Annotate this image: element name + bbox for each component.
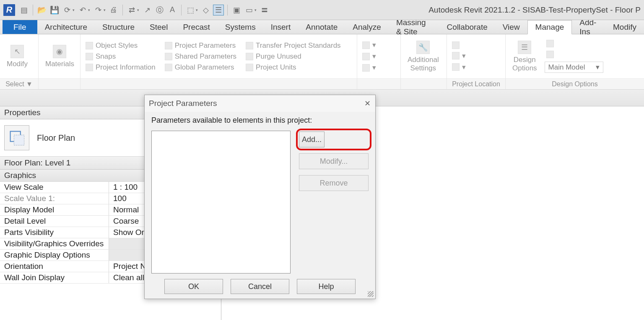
units-label: Project Units — [256, 63, 296, 72]
separator — [227, 5, 228, 15]
global-params-icon — [165, 64, 172, 71]
object-styles-button[interactable]: Object Styles — [84, 41, 157, 50]
type-name: Floor Plan — [37, 133, 75, 143]
close-inactive-icon[interactable]: ▣ — [231, 5, 242, 15]
help-button[interactable]: Help — [297, 279, 356, 294]
panel-select: ↖ Modify Select ▼ — [0, 34, 39, 89]
redo-icon[interactable]: ↷ — [93, 5, 104, 15]
dialog-subtitle: Parameters available to elements in this… — [151, 116, 369, 125]
snaps-label: Snaps — [96, 52, 116, 61]
modify-button[interactable]: ↖ Modify — [3, 45, 31, 68]
tab-systems[interactable]: Systems — [218, 20, 263, 34]
measure-icon[interactable]: ⇄ — [126, 5, 137, 15]
parameters-listbox[interactable] — [151, 131, 291, 274]
add-button[interactable]: Add... — [299, 132, 325, 147]
purge-label: Purge Unused — [256, 52, 301, 61]
struct-icon — [362, 64, 370, 72]
dialog-footer: OK Cancel Help — [145, 276, 375, 299]
schedule-icon — [362, 53, 370, 60]
tab-modify[interactable]: Modify — [605, 20, 644, 34]
tag-icon[interactable]: ⓪ — [154, 5, 165, 15]
separator — [122, 5, 123, 15]
tab-annotate[interactable]: Annotate — [298, 20, 345, 34]
project-parameters-button[interactable]: Project Parameters — [163, 41, 238, 50]
design-options-button[interactable]: ☰ Design Options — [509, 41, 540, 72]
tab-steel[interactable]: Steel — [142, 20, 175, 34]
tab-file[interactable]: File — [3, 20, 37, 34]
dropdown-icon[interactable]: ▾ — [254, 8, 257, 12]
coords-icon — [452, 52, 460, 59]
panel-select-label[interactable]: Select ▼ — [0, 78, 38, 89]
dropdown-icon[interactable]: ▾ — [196, 8, 198, 12]
tab-architecture[interactable]: Architecture — [37, 20, 95, 34]
3d-view-icon[interactable]: ⬚ — [185, 5, 196, 15]
app-menu-icon[interactable]: ▤ — [18, 5, 29, 15]
section-icon[interactable]: ◇ — [200, 5, 211, 15]
align-dim-icon[interactable]: ↗ — [142, 5, 153, 15]
project-units-button[interactable]: Project Units — [244, 63, 343, 72]
dialog-titlebar[interactable]: Project Parameters ✕ — [145, 95, 375, 112]
pick-to-edit-button[interactable] — [545, 51, 603, 58]
print-icon[interactable]: 🖨 — [108, 5, 119, 15]
transfer-standards-button[interactable]: Transfer Project Standards — [244, 41, 343, 50]
panel-modify-label: Modify — [7, 60, 28, 68]
tab-add-ins[interactable]: Add-Ins — [572, 20, 605, 34]
save-icon[interactable]: 💾 — [49, 5, 60, 15]
position-button[interactable]: ▾ — [450, 63, 467, 72]
global-parameters-button[interactable]: Global Parameters — [163, 63, 238, 72]
undo-icon[interactable]: ↶ — [77, 5, 88, 15]
materials-button[interactable]: ◉ Materials — [42, 45, 78, 68]
purge-icon — [246, 53, 253, 60]
shared-parameters-button[interactable]: Shared Parameters — [163, 52, 238, 61]
text-icon[interactable]: A — [167, 5, 178, 15]
project-info-icon — [86, 64, 93, 71]
snaps-button[interactable]: Snaps — [84, 52, 157, 61]
structural-settings-button[interactable]: ▾ — [361, 63, 378, 72]
revit-logo-icon: R — [3, 4, 15, 16]
thin-lines-icon[interactable]: ☰ — [213, 5, 224, 15]
location-button[interactable] — [450, 41, 467, 49]
additional-label: Additional Settings — [408, 56, 439, 72]
transfer-icon — [246, 42, 253, 49]
ok-button[interactable]: OK — [164, 279, 223, 294]
dropdown-icon[interactable]: ▾ — [104, 8, 106, 12]
tab-precast[interactable]: Precast — [175, 20, 217, 34]
prop-name: View Scale — [0, 182, 109, 193]
cancel-button[interactable]: Cancel — [231, 279, 289, 294]
design-options-label: Design Options — [512, 56, 537, 72]
panel-empty-label3 — [401, 78, 447, 89]
switch-windows-icon[interactable]: ▭ — [244, 5, 254, 15]
side-buttons: Add... Modify... Remove — [299, 131, 369, 274]
tab-insert[interactable]: Insert — [263, 20, 299, 34]
panel-additional: 🔧 Additional Settings — [401, 34, 447, 89]
panel-materials: ◉ Materials — [39, 34, 80, 89]
panel-schedule-button[interactable]: ▾ — [361, 52, 378, 61]
tab-structure[interactable]: Structure — [95, 20, 142, 34]
main-model-dropdown[interactable]: Main Model ▾ — [545, 62, 603, 73]
resize-grip-icon[interactable] — [368, 291, 374, 297]
tab-view[interactable]: View — [495, 20, 527, 34]
separator — [33, 5, 33, 15]
dropdown-icon[interactable]: ▾ — [137, 8, 139, 12]
project-information-button[interactable]: Project Information — [84, 63, 157, 72]
tab-manage[interactable]: Manage — [527, 20, 572, 34]
coordinates-button[interactable]: ▾ — [450, 52, 467, 60]
project-params-icon — [165, 42, 172, 49]
ribbon-panels: ↖ Modify Select ▼ ◉ Materials Object Sty… — [0, 34, 644, 90]
dropdown-icon[interactable]: ▾ — [73, 8, 75, 12]
design-options-icon: ☰ — [518, 41, 531, 54]
close-icon[interactable]: ✕ — [364, 100, 371, 107]
chevron-down-icon: ▾ — [596, 63, 600, 72]
add-to-set-button[interactable] — [545, 40, 603, 47]
sync-icon[interactable]: ⟳ — [62, 5, 73, 15]
customize-qat-icon[interactable]: 〓 — [259, 5, 270, 15]
panel-location: ▾ ▾ Project Location — [447, 34, 506, 89]
additional-settings-button[interactable]: 🔧 Additional Settings — [404, 41, 442, 72]
mep-settings-button[interactable]: ▾ — [361, 41, 378, 49]
tab-collaborate[interactable]: Collaborate — [439, 20, 495, 34]
dropdown-icon[interactable]: ▾ — [88, 8, 90, 12]
tab-massing-site[interactable]: Massing & Site — [389, 20, 439, 34]
tab-analyze[interactable]: Analyze — [345, 20, 389, 34]
purge-unused-button[interactable]: Purge Unused — [244, 52, 343, 61]
open-icon[interactable]: 📂 — [36, 5, 47, 15]
